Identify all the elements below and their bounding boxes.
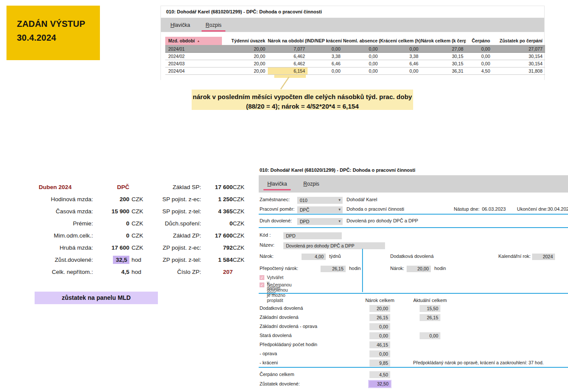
table-cell: 0,00 [380, 67, 421, 74]
column-header[interactable]: Zůstatek po čerpání [493, 37, 545, 45]
summary-label: Základní dovolená [260, 315, 298, 320]
payslip-unit: CZK [129, 220, 148, 227]
calendar-year-label: Kalendářní rok: [498, 254, 531, 259]
payslip-value: 0 [93, 220, 129, 227]
code-field[interactable]: DPD [283, 232, 342, 239]
column-header[interactable]: Čerpáno [466, 37, 493, 45]
calendar-year-field[interactable]: 2024 [532, 254, 555, 260]
additional-entitlement-field[interactable]: 20,00 [407, 266, 431, 272]
payslip-unit: CZK [233, 196, 250, 202]
summary-narok-field[interactable]: 9,85 [369, 360, 390, 366]
entitlement-field[interactable]: 4,00 [302, 254, 326, 260]
contract-combobox[interactable]: DPČ ▼ [297, 206, 343, 213]
payslip-value: 32,5 [93, 257, 129, 263]
summary-narok-field[interactable]: 0,00 [369, 323, 390, 330]
entitlement-label: Nárok: [260, 254, 273, 259]
column-header[interactable]: Týdenní úvazek [222, 37, 268, 45]
payslip-label: Zůst.dovolené: [17, 257, 93, 263]
leave-type-combobox[interactable]: DPD ▼ [297, 218, 343, 225]
payslip-value: 4 365 [201, 208, 233, 215]
tab-rozpis[interactable]: Rozpis [303, 181, 319, 187]
summary-label: Předpokládaný počet hodin [260, 342, 317, 347]
table-cell: 27,077 [493, 45, 545, 52]
summary-col2-header: Aktuální celkem [410, 298, 450, 303]
yellow-annotation-line1: nárok v posledním měsíci vypočten dle ce… [192, 92, 413, 102]
divider [259, 293, 568, 294]
payslip-row: Časová mzda:15 900CZKSP pojist. z-tel:4 … [17, 205, 250, 217]
checkbox-payout-unused-label: Nečerpanou dovolenou je možno proplatit [267, 282, 292, 303]
tab-hlavička[interactable]: Hlavička [267, 181, 287, 187]
recalc-entitlement-field[interactable]: 26,15 [321, 266, 346, 272]
payslip-unit: hod [129, 257, 148, 263]
chevron-down-icon[interactable]: ▼ [338, 206, 341, 213]
payslip-label: ZP pojist. z-ec: [151, 244, 201, 251]
chevron-down-icon[interactable]: ▼ [338, 197, 341, 204]
column-header[interactable]: Mzd. období▲ [165, 37, 222, 45]
table-cell: 0,00 [466, 45, 493, 52]
summary-aktualni-field[interactable]: 15,50 [420, 305, 440, 312]
payslip-label: Číslo ZP: [151, 269, 201, 275]
payslip-value: 0 [93, 232, 129, 239]
summary-value-field[interactable]: 4,50 [369, 371, 390, 378]
table-row[interactable]: 2024/0420,006,1540,000,000,0036,314,5031… [165, 67, 545, 75]
vacation-balance-field[interactable]: 32,50 [368, 380, 392, 388]
payslip-value: 792 [201, 244, 233, 251]
column-header[interactable]: Nárok na období (h) [268, 37, 308, 45]
summary-total-row: Zůstatek dovolené:32,50 [259, 381, 568, 389]
column-header[interactable]: Nárok celkem (k čerpání) [421, 37, 466, 45]
summary-narok-field[interactable]: 26,15 [369, 314, 390, 321]
tab-hlavička[interactable]: Hlavička [170, 22, 190, 28]
payslip-row: Celk. nepřítom.:4,5hodČíslo ZP:207 [17, 266, 250, 278]
start-date-value[interactable]: 06.03.2023 [482, 206, 506, 212]
table-cell: 0,00 [308, 45, 343, 52]
summary-narok-field[interactable]: 0,00 [369, 350, 390, 357]
checkbox-payout-unused[interactable]: ✓ [260, 283, 264, 287]
table-row[interactable]: 2024/0220,006,4623,380,003,3830,150,0030… [165, 53, 545, 60]
payslip-value: DPČ [93, 184, 129, 190]
checkbox-create-next-year[interactable]: ✓ [260, 275, 264, 280]
highlight-tail [274, 74, 306, 78]
column-header[interactable]: Krácení celkem (h) [380, 37, 421, 45]
summary-narok-field[interactable]: 20,00 [369, 305, 390, 312]
table-row[interactable]: 2024/0320,006,4626,460,006,4630,150,0030… [165, 60, 545, 67]
payslip-unit: CZK [129, 208, 148, 215]
sort-ascending-icon: ▲ [197, 39, 200, 42]
table-cell: 30,15 [421, 60, 466, 67]
table-cell: 30,15 [421, 53, 466, 60]
table-cell: 3,38 [308, 53, 343, 60]
column-header[interactable]: Neoml. absence (h) [343, 37, 380, 45]
summary-aktualni-field[interactable]: 26,15 [420, 314, 440, 321]
table-cell: 36,31 [421, 67, 466, 74]
payslip-value: 15 900 [93, 208, 129, 215]
yellow-annotation-line2: (88/20 = 4); nárok = 4/52*20*4 = 6,154 [192, 102, 413, 111]
summary-narok-field[interactable]: 46,15 [369, 341, 390, 348]
chevron-down-icon[interactable]: ▼ [338, 218, 341, 225]
column-header[interactable]: ND/NEP krácení (h) [308, 37, 343, 45]
leave-type-code: DPD [300, 219, 309, 224]
purple-annotation: zůstatek na panelu MLD [35, 292, 158, 304]
table-cell: 27,08 [421, 45, 466, 52]
summary-label: Čerpáno celkem [260, 372, 294, 377]
payslip-value: 4,5 [93, 269, 129, 275]
table-cell: 3,38 [380, 53, 421, 60]
table-cell: 20,00 [222, 60, 268, 67]
table-cell: 0,00 [343, 45, 380, 52]
name-label: Název: [260, 242, 274, 247]
summary-row: Předpokládaný počet hodin46,15 [259, 341, 568, 349]
payslip-unit: hod [129, 269, 148, 275]
payslip-unit: CZK [233, 257, 250, 263]
summary-row: - oprava0,00 [259, 350, 568, 358]
summary-aktualni-field[interactable]: 0,00 [420, 332, 440, 339]
summary-narok-field[interactable]: 0,00 [369, 332, 390, 339]
employee-combobox[interactable]: 010 ▼ [297, 197, 343, 204]
summary-label: Stará dovolená [260, 333, 292, 338]
name-field[interactable]: Dovolená pro dohody DPČ a DPP [283, 242, 385, 249]
payslip-value: 17 600 [201, 184, 233, 190]
table-row[interactable]: 2024/0120,007,0770,000,000,0027,080,0027… [165, 45, 545, 53]
table-cell: 31,808 [493, 67, 545, 74]
tab-rozpis[interactable]: Rozpis [205, 22, 221, 28]
payslip-value: 17 600 [93, 244, 129, 251]
table-cell: 0,00 [466, 53, 493, 60]
end-date-value[interactable]: 30.04.2024 [548, 206, 568, 212]
payslip-unit: CZK [233, 220, 250, 227]
